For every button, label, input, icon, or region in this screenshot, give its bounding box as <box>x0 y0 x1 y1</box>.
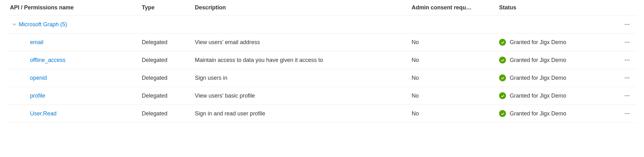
svg-point-5 <box>628 42 629 43</box>
permission-admin-consent: No <box>412 57 499 63</box>
permission-type: Delegated <box>142 75 195 81</box>
permission-type: Delegated <box>142 57 195 63</box>
svg-point-9 <box>625 78 626 78</box>
more-options-button[interactable] <box>623 73 632 82</box>
table-row: User.Read Delegated Sign in and read use… <box>7 105 637 123</box>
svg-point-6 <box>625 60 626 61</box>
permission-description: Maintain access to data you have given i… <box>195 57 412 63</box>
svg-point-17 <box>628 113 629 114</box>
permission-status-text: Granted for Jigx Demo <box>510 39 566 46</box>
svg-point-12 <box>625 95 626 96</box>
more-options-button[interactable] <box>623 38 632 47</box>
chevron-down-icon[interactable] <box>10 22 19 27</box>
checkmark-circle-icon <box>499 92 506 99</box>
permission-status-text: Granted for Jigx Demo <box>510 75 566 81</box>
more-options-button[interactable] <box>623 91 632 100</box>
permission-name-link[interactable]: openid <box>30 75 47 81</box>
permission-status-text: Granted for Jigx Demo <box>510 57 566 63</box>
table-header-row: API / Permissions name Type Description … <box>7 0 637 16</box>
table-row: openid Delegated Sign users in No Grante… <box>7 69 637 87</box>
permissions-table: API / Permissions name Type Description … <box>7 0 637 123</box>
more-options-button[interactable] <box>623 56 632 64</box>
permission-status-text: Granted for Jigx Demo <box>510 93 566 99</box>
more-options-button[interactable] <box>623 109 632 118</box>
permission-name-link[interactable]: User.Read <box>30 110 57 117</box>
more-options-button[interactable] <box>623 20 632 29</box>
table-row: offline_access Delegated Maintain access… <box>7 51 637 69</box>
permission-type: Delegated <box>142 39 195 46</box>
column-header-description[interactable]: Description <box>195 4 412 11</box>
checkmark-circle-icon <box>499 57 506 63</box>
permission-name-link[interactable]: profile <box>30 93 45 99</box>
svg-point-16 <box>627 113 628 114</box>
permission-admin-consent: No <box>412 75 499 81</box>
permission-type: Delegated <box>142 110 195 117</box>
svg-point-1 <box>627 24 628 25</box>
svg-point-3 <box>625 42 626 43</box>
svg-point-2 <box>628 24 629 25</box>
permission-name-link[interactable]: email <box>30 39 43 45</box>
permission-description: View users' basic profile <box>195 93 412 99</box>
svg-point-10 <box>627 78 628 78</box>
svg-point-11 <box>628 78 629 78</box>
group-row-microsoft-graph[interactable]: Microsoft Graph (5) <box>7 16 637 33</box>
permission-description: Sign users in <box>195 75 412 81</box>
svg-point-14 <box>628 95 629 96</box>
permission-status-text: Granted for Jigx Demo <box>510 110 566 117</box>
permission-admin-consent: No <box>412 93 499 99</box>
svg-point-4 <box>627 42 628 43</box>
svg-point-15 <box>625 113 626 114</box>
column-header-status[interactable]: Status <box>499 4 618 11</box>
svg-point-7 <box>627 60 628 61</box>
checkmark-circle-icon <box>499 110 506 117</box>
column-header-name[interactable]: API / Permissions name <box>7 4 142 11</box>
permission-description: View users' email address <box>195 39 412 46</box>
group-label[interactable]: Microsoft Graph (5) <box>19 21 67 28</box>
permission-type: Delegated <box>142 93 195 99</box>
permission-admin-consent: No <box>412 110 499 117</box>
table-row: email Delegated View users' email addres… <box>7 33 637 51</box>
permission-admin-consent: No <box>412 39 499 46</box>
table-row: profile Delegated View users' basic prof… <box>7 87 637 105</box>
permission-description: Sign in and read user profile <box>195 110 412 117</box>
column-header-admin-consent[interactable]: Admin consent requ… <box>412 4 499 11</box>
svg-point-13 <box>627 95 628 96</box>
checkmark-circle-icon <box>499 39 506 46</box>
svg-point-0 <box>625 24 626 25</box>
column-header-type[interactable]: Type <box>142 4 195 11</box>
checkmark-circle-icon <box>499 74 506 81</box>
svg-point-8 <box>628 60 629 61</box>
permission-name-link[interactable]: offline_access <box>30 57 66 63</box>
